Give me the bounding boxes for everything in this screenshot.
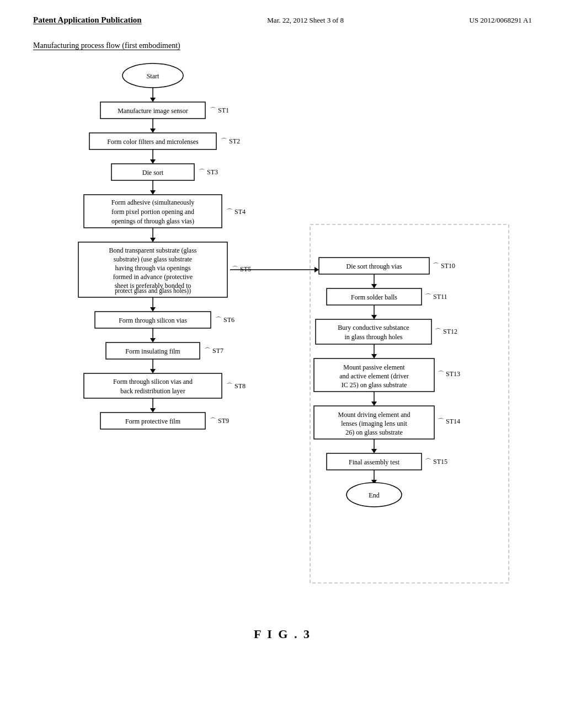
st4-line2: form pixel portion opening and xyxy=(111,208,194,216)
svg-marker-33 xyxy=(371,284,377,288)
svg-marker-45 xyxy=(371,449,377,453)
svg-marker-17 xyxy=(150,307,156,312)
st10-label: Die sort through vias xyxy=(347,263,402,270)
svg-marker-5 xyxy=(150,129,156,133)
st4-line3: openings of through glass vias) xyxy=(111,217,194,225)
st1-label: Manufacture image sensor xyxy=(118,107,188,115)
svg-marker-20 xyxy=(150,338,156,342)
st3-label: Die sort xyxy=(142,169,164,176)
st12-step: ⌒ ST12 xyxy=(435,328,457,335)
st14-line3: 26) on glass substrate xyxy=(345,429,403,436)
st5-line3: having through via openings xyxy=(115,264,191,272)
st9-step: ⌒ ST9 xyxy=(210,417,229,425)
st5-line2: substrate) (use glass substrate xyxy=(114,255,192,263)
st13-line2: and active element (driver xyxy=(339,372,409,380)
st8-line2: back redistribution layer xyxy=(120,387,185,395)
st5-line4: formed in advance (protective xyxy=(113,273,193,281)
st2-label: Form color filters and microlenses xyxy=(107,138,199,146)
end-label: End xyxy=(369,491,379,499)
st9-label: Form protective film xyxy=(125,417,181,425)
st7-label: Form insulating film xyxy=(125,347,180,355)
st15-step: ⌒ ST15 xyxy=(425,458,447,465)
st13-line1: Mount passive element xyxy=(343,363,405,371)
st14-line2: lenses (imaging lens unit xyxy=(341,420,407,427)
st15-label: Final assembly test xyxy=(349,458,400,466)
st8-line1: Form through silicon vias and xyxy=(113,378,193,386)
st3-step: ⌒ ST3 xyxy=(199,168,218,176)
st6-step: ⌒ ST6 xyxy=(215,316,234,324)
page-header: Patent Application Publication Mar. 22, … xyxy=(0,0,565,30)
patent-number-label: US 2012/0068291 A1 xyxy=(470,16,532,25)
svg-marker-14 xyxy=(150,238,156,242)
svg-marker-2 xyxy=(150,98,156,102)
date-sheet-label: Mar. 22, 2012 Sheet 3 of 8 xyxy=(267,16,344,25)
flowchart-svg: Start Manufacture image sensor ⌒ ST1 For… xyxy=(45,53,520,633)
st4-line1: Form adhesive (simultaneously xyxy=(111,199,195,206)
svg-rect-28 xyxy=(310,224,509,583)
st5-line1: Bond transparent substrate (glass xyxy=(109,247,197,254)
st13-step: ⌒ ST13 xyxy=(438,370,460,378)
svg-marker-30 xyxy=(315,267,319,272)
st14-line1: Mount driving element and xyxy=(338,411,411,419)
diagram-container: Manufacturing process flow (first embodi… xyxy=(0,30,565,644)
st14-step: ⌒ ST14 xyxy=(438,417,460,425)
svg-marker-23 xyxy=(150,369,156,373)
svg-marker-8 xyxy=(150,159,156,164)
st1-step: ⌒ ST1 xyxy=(210,106,229,114)
svg-marker-26 xyxy=(150,408,156,413)
svg-marker-39 xyxy=(371,354,377,358)
st12-line1: Bury conductive substance xyxy=(338,324,409,331)
svg-marker-42 xyxy=(371,402,377,406)
st13-line3: IC 25) on glass substrate xyxy=(342,381,407,389)
svg-marker-36 xyxy=(371,315,377,319)
st8-step: ⌒ ST8 xyxy=(226,382,246,390)
st10-step: ⌒ ST10 xyxy=(433,262,455,270)
st5-step: ⌒ ST5 xyxy=(232,265,251,273)
st7-step: ⌒ ST7 xyxy=(204,347,223,355)
svg-marker-11 xyxy=(150,190,156,195)
st5-line6: protect glass and glass holes)) xyxy=(115,287,191,295)
st4-step: ⌒ ST4 xyxy=(226,208,246,216)
publication-label: Patent Application Publication xyxy=(33,15,142,25)
diagram-title: Manufacturing process flow (first embodi… xyxy=(33,41,532,50)
st6-label: Form through silicon vias xyxy=(119,317,187,324)
st11-step: ⌒ ST11 xyxy=(425,293,447,301)
st11-label: Form solder balls xyxy=(351,293,397,301)
st12-line2: in glass through holes xyxy=(345,333,403,341)
st2-step: ⌒ ST2 xyxy=(221,137,240,145)
start-label: Start xyxy=(147,72,159,80)
